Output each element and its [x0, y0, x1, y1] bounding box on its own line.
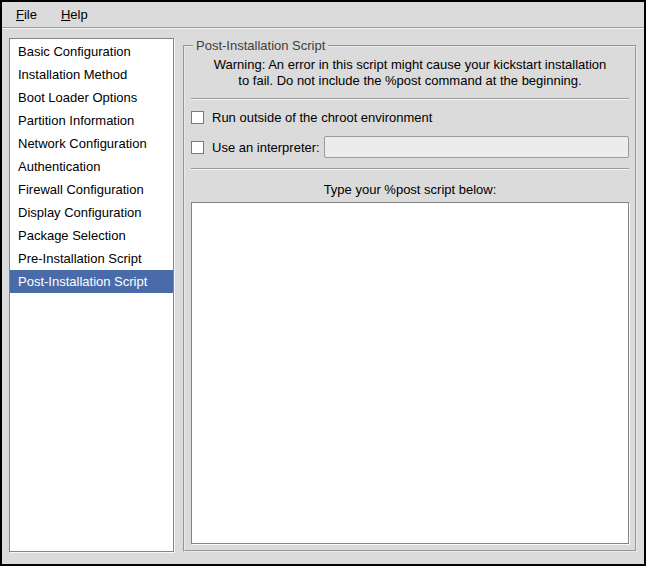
warning-line-1: Warning: An error in this script might c…: [191, 57, 629, 73]
chroot-row: Run outside of the chroot environment: [191, 110, 629, 125]
chroot-checkbox-label: Run outside of the chroot environment: [212, 110, 432, 125]
run-outside-chroot-checkbox[interactable]: [191, 111, 204, 124]
warning-line-2: to fail. Do not include the %post comman…: [191, 73, 629, 89]
script-area-label: Type your %post script below:: [191, 182, 629, 197]
kickstart-configurator-window: File Help Basic Configuration Installati…: [0, 0, 646, 566]
menu-item[interactable]: File: [10, 3, 43, 26]
sidebar-item[interactable]: Pre-Installation Script: [10, 247, 173, 270]
menu-item[interactable]: Help: [55, 3, 94, 26]
separator: [191, 168, 629, 170]
sidebar-item[interactable]: Display Configuration: [10, 201, 173, 224]
main-content: Basic Configuration Installation Method …: [2, 29, 644, 564]
post-install-frame: Post-Installation Script Warning: An err…: [183, 38, 637, 552]
sidebar-item[interactable]: Installation Method: [10, 63, 173, 86]
sidebar-item[interactable]: Package Selection: [10, 224, 173, 247]
menubar: File Help: [2, 2, 644, 27]
sidebar-item[interactable]: Boot Loader Options: [10, 86, 173, 109]
sidebar-section-list[interactable]: Basic Configuration Installation Method …: [9, 38, 174, 552]
interpreter-entry[interactable]: [324, 136, 629, 158]
warning-text: Warning: An error in this script might c…: [191, 57, 629, 89]
frame-title: Post-Installation Script: [193, 38, 328, 53]
sidebar-item[interactable]: Post-Installation Script: [10, 270, 173, 293]
use-interpreter-checkbox[interactable]: [191, 141, 204, 154]
sidebar-item[interactable]: Partition Information: [10, 109, 173, 132]
interpreter-checkbox-label: Use an interpreter:: [212, 140, 320, 155]
sidebar-item[interactable]: Firewall Configuration: [10, 178, 173, 201]
sidebar-item[interactable]: Authentication: [10, 155, 173, 178]
separator: [191, 98, 629, 100]
post-script-textarea[interactable]: [191, 202, 629, 544]
sidebar-item[interactable]: Network Configuration: [10, 132, 173, 155]
interpreter-row: Use an interpreter:: [191, 136, 629, 158]
sidebar-item[interactable]: Basic Configuration: [10, 40, 173, 63]
